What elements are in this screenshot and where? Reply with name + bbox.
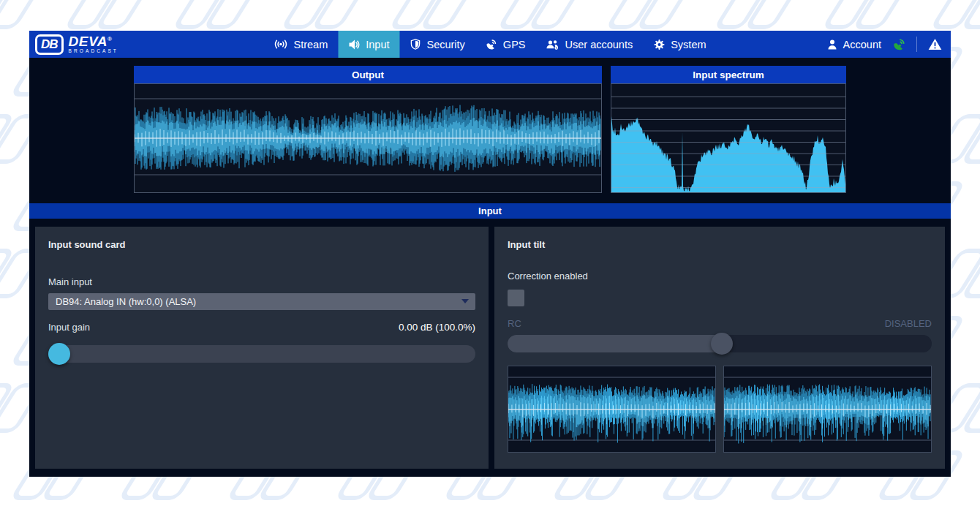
output-waveform-display	[134, 83, 602, 193]
tilt-waveform-left	[508, 366, 716, 453]
app-window: DB DEVA® BROADCAST Stream Input	[29, 31, 951, 477]
deva-logo[interactable]: DB DEVA® BROADCAST	[29, 34, 126, 55]
rc-slider-fill	[508, 335, 722, 352]
nav-item-system[interactable]: System	[643, 31, 716, 58]
input-spectrum-title-bar: Input spectrum	[611, 66, 846, 83]
top-nav: DB DEVA® BROADCAST Stream Input	[29, 31, 951, 58]
nav-label: User accounts	[565, 39, 633, 50]
main-input-value: DB94: Analog IN (hw:0,0) (ALSA)	[56, 296, 196, 307]
input-spectrum-display	[611, 83, 846, 193]
nav-divider	[916, 37, 917, 52]
connection-ok-icon[interactable]	[892, 38, 905, 51]
card-title: Input tilt	[508, 239, 932, 250]
satellite-dish-icon	[486, 39, 497, 50]
person-icon	[826, 39, 838, 50]
shield-icon	[410, 39, 421, 50]
user-group-icon	[546, 39, 559, 50]
correction-enabled-checkbox[interactable]	[508, 290, 524, 306]
nav-item-gps[interactable]: GPS	[475, 31, 536, 58]
nav-item-user-accounts[interactable]: User accounts	[535, 31, 643, 58]
warning-icon[interactable]	[928, 38, 942, 50]
input-tilt-panel: Input tilt Correction enabled RC DISABLE…	[494, 227, 945, 469]
nav-right: Account	[826, 31, 951, 58]
nav-menu: Stream Input Security GPS	[263, 31, 716, 58]
settings-row: Input sound card Main input DB94: Analog…	[35, 227, 945, 469]
rc-status-badge: DISABLED	[885, 318, 932, 329]
input-gain-slider-handle[interactable]	[48, 343, 70, 365]
nav-label: Security	[426, 39, 464, 50]
output-display-panel: Output	[134, 66, 602, 193]
input-sound-card-panel: Input sound card Main input DB94: Analog…	[35, 227, 489, 469]
nav-label: GPS	[503, 39, 526, 50]
nav-label: System	[671, 39, 706, 50]
brand-name: DEVA®	[69, 34, 118, 48]
nav-item-security[interactable]: Security	[399, 31, 475, 58]
display-row: Output Input spectrum	[134, 66, 846, 193]
brand-subtitle: BROADCAST	[69, 49, 118, 54]
account-label: Account	[843, 39, 881, 50]
nav-item-input[interactable]: Input	[338, 31, 399, 58]
gear-icon	[653, 39, 665, 50]
tilt-waveform-row	[508, 366, 932, 453]
nav-item-stream[interactable]: Stream	[263, 31, 338, 58]
main-input-label: Main input	[48, 276, 475, 287]
rc-slider[interactable]	[508, 335, 932, 352]
input-gain-slider[interactable]	[48, 345, 475, 363]
output-title-bar: Output	[134, 66, 602, 83]
tilt-waveform-right	[723, 366, 932, 453]
rc-slider-handle[interactable]	[711, 333, 733, 355]
rc-label: RC	[508, 318, 521, 329]
correction-enabled-label: Correction enabled	[508, 271, 932, 282]
speaker-icon	[348, 39, 360, 50]
input-gain-value: 0.00 dB (100.0%)	[399, 322, 475, 333]
input-gain-label: Input gain	[48, 322, 90, 333]
main-input-select[interactable]: DB94: Analog IN (hw:0,0) (ALSA)	[48, 293, 475, 310]
chevron-down-icon	[461, 299, 469, 303]
broadcast-icon	[274, 39, 287, 50]
nav-label: Input	[366, 39, 389, 50]
account-menu[interactable]: Account	[826, 39, 881, 50]
card-title: Input sound card	[48, 239, 475, 250]
input-section-bar: Input	[29, 203, 951, 219]
nav-label: Stream	[293, 39, 328, 50]
input-spectrum-panel: Input spectrum	[611, 66, 846, 193]
db-logo-glyph: DB	[35, 34, 64, 55]
